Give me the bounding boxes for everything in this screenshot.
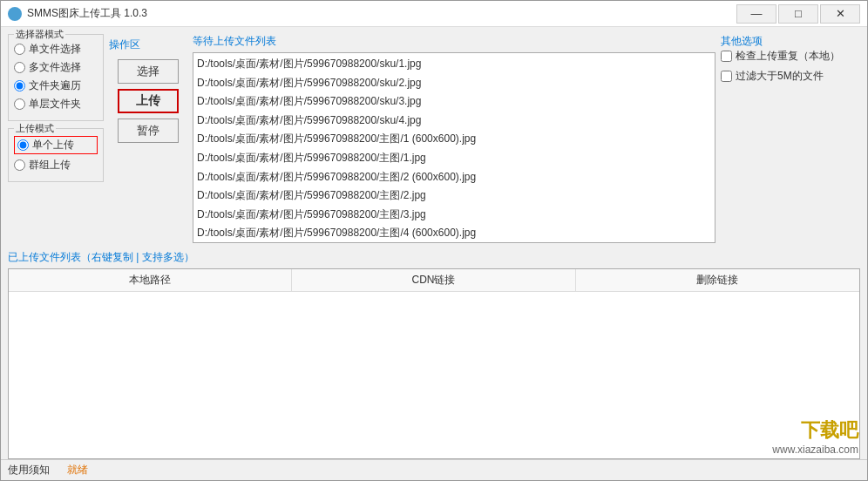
operation-title: 操作区 [109,37,140,52]
upload-mode-title: 上传模式 [14,122,56,135]
col-cdn-link: CDN链接 [292,269,575,291]
main-content: 选择器模式 单文件选择 多文件选择 文件夹遍历 [1,27,867,250]
list-item: D:/tools/桌面/素材/图片/599670988200/主图/1 (600… [197,130,711,149]
list-item: D:/tools/桌面/素材/图片/599670988200/sku/1.jpg [197,55,711,74]
status-text: 就绪 [67,463,88,478]
table-body[interactable] [9,292,859,458]
file-list-title: 等待上传文件列表 [193,34,715,49]
watermark-line2: www.xiazaiba.com [772,444,858,456]
uploaded-section: 已上传文件列表（右键复制 | 支持多选） 本地路径 CDN链接 删除链接 [8,250,860,459]
close-button[interactable]: ✕ [820,4,860,24]
minimize-button[interactable]: — [736,4,776,24]
watermark: 下载吧 www.xiazaiba.com [772,417,858,456]
selector-mode-title: 选择器模式 [14,28,65,41]
list-item: D:/tools/桌面/素材/图片/599670988200/主图/1.jpg [197,149,711,168]
list-item: D:/tools/桌面/素材/图片/599670988200/主图/3.jpg [197,206,711,225]
title-bar: SMMS图床上传工具 1.0.3 — □ ✕ [1,1,867,27]
radio-single-folder-label: 单层文件夹 [29,97,81,112]
radio-single-file-label: 单文件选择 [29,42,81,57]
uploaded-title: 已上传文件列表（右键复制 | 支持多选） [8,250,860,265]
watermark-line1: 下载吧 [801,417,858,444]
list-item: D:/tools/桌面/素材/图片/599670988200/sku/4.jpg [197,112,711,131]
left-panel: 选择器模式 单文件选择 多文件选择 文件夹遍历 [8,34,104,243]
filter-5m-item[interactable]: 过滤大于5M的文件 [721,69,860,84]
radio-group-upload[interactable]: 群组上传 [14,158,98,173]
radio-group-upload-label: 群组上传 [29,158,71,173]
app-title: SMMS图床上传工具 1.0.3 [27,6,736,21]
list-item: D:/tools/桌面/素材/图片/599670988200/主图/2 (600… [197,168,711,187]
col-delete-link: 删除链接 [576,269,859,291]
list-item: D:/tools/桌面/素材/图片/599670988200/主图/4 (600… [197,224,711,243]
radio-folder-traverse-label: 文件夹遍历 [29,78,81,93]
radio-single-upload-label: 单个上传 [32,138,74,152]
window-controls: — □ ✕ [736,4,860,24]
maximize-button[interactable]: □ [778,4,818,24]
table-header: 本地路径 CDN链接 删除链接 [9,269,859,292]
radio-folder-traverse[interactable]: 文件夹遍历 [14,78,98,93]
radio-single-folder[interactable]: 单层文件夹 [14,97,98,112]
upload-button[interactable]: 上传 [118,89,179,113]
right-panel: 其他选项 检查上传重复（本地） 过滤大于5M的文件 [721,34,860,243]
radio-single-file[interactable]: 单文件选择 [14,42,98,57]
list-item: D:/tools/桌面/素材/图片/599670988200/sku/2.jpg [197,74,711,93]
right-panel-title: 其他选项 [721,35,763,47]
upload-mode-group: 上传模式 单个上传 群组上传 [8,128,104,182]
status-bar: 使用须知 就绪 [1,459,867,480]
list-item: D:/tools/桌面/素材/图片/599670988200/sku/3.jpg [197,92,711,112]
col-local-path: 本地路径 [9,269,292,291]
selector-mode-group: 选择器模式 单文件选择 多文件选择 文件夹遍历 [8,34,104,121]
filter-5m-label: 过滤大于5M的文件 [736,69,824,84]
radio-single-upload[interactable]: 单个上传 [14,136,98,154]
help-label[interactable]: 使用须知 [8,463,50,478]
check-duplicate-label: 检查上传重复（本地） [736,49,840,64]
uploaded-table: 本地路径 CDN链接 删除链接 [8,268,860,459]
file-list-box[interactable]: D:/tools/桌面/素材/图片/599670988200/sku/1.jpg… [193,52,715,243]
app-icon [8,7,22,21]
check-duplicate-item[interactable]: 检查上传重复（本地） [721,49,860,64]
operation-panel: 操作区 选择 上传 暂停 [109,34,187,243]
file-list-panel: 等待上传文件列表 D:/tools/桌面/素材/图片/599670988200/… [193,34,715,243]
list-item: D:/tools/桌面/素材/图片/599670988200/主图/2.jpg [197,186,711,206]
radio-multi-file[interactable]: 多文件选择 [14,60,98,75]
radio-multi-file-label: 多文件选择 [29,60,81,75]
window-body: 选择器模式 单文件选择 多文件选择 文件夹遍历 [1,27,867,480]
pause-button[interactable]: 暂停 [118,119,179,143]
select-button[interactable]: 选择 [118,59,179,84]
main-window: SMMS图床上传工具 1.0.3 — □ ✕ 选择器模式 单文件选择 [0,0,868,481]
